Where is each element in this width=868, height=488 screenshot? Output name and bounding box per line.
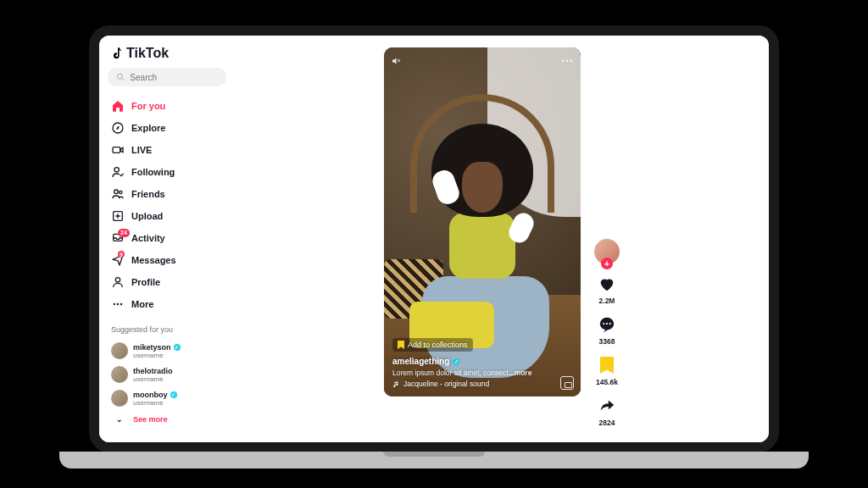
bookmark-filled-icon [600,357,614,374]
share-button[interactable] [596,395,618,417]
suggested-header: Suggested for you [111,325,226,334]
action-rail: + 2.2M 3368 [594,47,620,430]
search-input[interactable] [130,73,218,82]
svg-point-17 [606,323,608,324]
author-avatar[interactable]: + [594,239,620,264]
nav-live[interactable]: LIVE [108,139,226,161]
comment-action: 3368 [596,313,618,346]
nav-label: Explore [131,123,165,133]
nav-label: Following [131,167,175,177]
nav-activity[interactable]: 24 Activity [108,227,226,249]
video-caption[interactable]: Lorem ipsum dolor sit amet, consect...mo… [392,369,572,377]
app-screen: TikTok For you Explore LIVE Following [99,36,769,442]
speaker-icon [391,56,401,66]
video-top-bar: ··· [391,54,574,68]
save-button[interactable] [596,354,618,376]
video-author[interactable]: ameliagething [392,357,572,366]
account-sub: username [133,399,177,407]
see-more-button[interactable]: ⌄ See more [108,410,226,429]
like-button[interactable] [596,273,618,295]
svg-point-12 [120,303,122,305]
sidebar: TikTok For you Explore LIVE Following [99,36,235,442]
nav-label: Friends [131,189,165,199]
more-icon [111,297,125,311]
like-action: 2.2M [596,273,618,305]
nav-label: Upload [131,211,163,221]
compass-icon [111,121,125,135]
account-name: miketyson [133,343,171,352]
video-sound[interactable]: Jacqueline - original sound [392,380,572,388]
nav-label: More [131,299,153,309]
account-sub: username [133,375,173,383]
video-options-button[interactable]: ··· [561,54,574,68]
nav-label: For you [131,101,165,111]
svg-point-4 [114,168,119,172]
heart-icon [598,274,616,293]
svg-point-5 [114,190,119,194]
video-overlay: Add to collections ameliagething Lorem i… [392,338,572,388]
suggested-account[interactable]: miketyson username [108,339,226,363]
svg-point-16 [603,323,604,324]
user-check-icon [111,165,125,179]
account-name: thelotradio [133,367,173,375]
nav-label: Activity [131,233,165,243]
friends-icon [111,187,125,201]
save-action: 145.6k [596,354,618,386]
comment-button[interactable] [596,313,618,336]
share-count: 2824 [599,419,615,427]
share-action: 2824 [596,395,618,427]
search-icon [116,72,125,82]
svg-point-10 [114,303,115,305]
messages-badge: 9 [118,251,125,258]
brand-logo[interactable]: TikTok [108,46,226,61]
search-box[interactable] [108,68,226,86]
brand-text: TikTok [126,46,169,61]
nav-following[interactable]: Following [108,161,226,183]
video-row: ··· Add to collections ameliagething Lor [384,47,620,430]
follow-plus-icon[interactable]: + [601,258,613,269]
svg-point-9 [115,278,120,282]
tiktok-note-icon [111,46,125,61]
video-player[interactable]: ··· Add to collections ameliagething Lor [384,47,581,396]
caption-more[interactable]: ...more [509,369,532,377]
mute-button[interactable] [391,56,401,66]
verified-badge-icon [453,358,459,365]
laptop-base [59,452,809,469]
comment-icon [598,315,616,334]
nav-upload[interactable]: Upload [108,205,226,227]
suggested-account[interactable]: moonboy username [108,386,226,410]
see-more-label: See more [133,415,168,424]
miniplayer-button[interactable] [560,376,574,390]
add-to-collections-button[interactable]: Add to collections [392,338,473,352]
svg-point-11 [117,303,119,305]
add-collections-label: Add to collections [408,341,468,349]
account-name: moonboy [133,391,168,399]
svg-point-6 [120,191,122,193]
svg-point-18 [609,323,611,324]
avatar [111,390,128,407]
nav-for-you[interactable]: For you [108,95,226,117]
chevron-down-icon: ⌄ [111,415,128,424]
avatar [111,366,128,383]
svg-point-0 [117,74,122,79]
nav-more[interactable]: More [108,293,226,315]
nav-messages[interactable]: 9 Messages [108,249,226,271]
account-sub: username [133,352,181,359]
nav-friends[interactable]: Friends [108,183,226,205]
sound-label: Jacqueline - original sound [403,380,489,388]
nav-label: Messages [131,255,176,265]
svg-line-1 [121,78,124,80]
verified-badge-icon [174,344,181,351]
nav-profile[interactable]: Profile [108,271,226,293]
share-icon [598,396,616,415]
like-count: 2.2M [599,297,615,305]
upload-icon [111,209,125,223]
svg-rect-3 [113,147,120,153]
nav-explore[interactable]: Explore [108,117,226,139]
feed: ··· Add to collections ameliagething Lor [235,36,769,442]
suggested-account[interactable]: thelotradio username [108,363,226,386]
live-icon [111,143,125,157]
home-icon [111,99,125,113]
comment-count: 3368 [599,337,615,346]
laptop-frame: TikTok For you Explore LIVE Following [89,25,779,452]
